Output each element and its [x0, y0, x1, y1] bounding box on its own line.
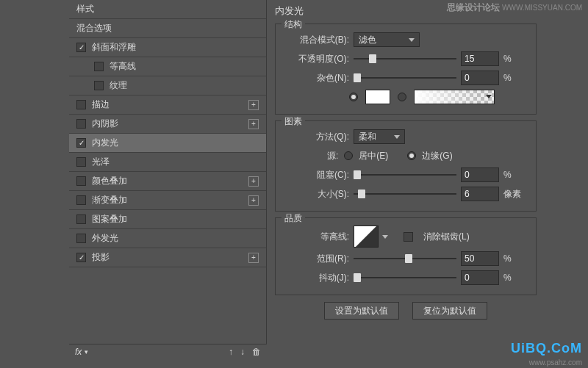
checkbox[interactable] [76, 195, 86, 205]
jitter-slider[interactable] [354, 272, 456, 284]
color-mode-radio[interactable] [349, 93, 358, 101]
arrow-up-icon[interactable]: ↑ [229, 347, 233, 357]
choke-label: 阻塞(C): [283, 169, 349, 181]
style-label: 图案叠加 [92, 213, 127, 226]
checkbox[interactable] [76, 157, 86, 167]
structure-group: 结构 混合模式(B): 滤色 不透明度(O): 15 % 杂色(N): 0 % [275, 24, 537, 115]
checkbox[interactable] [76, 100, 86, 109]
add-effect-icon[interactable]: + [248, 100, 259, 110]
range-slider[interactable] [354, 253, 456, 264]
noise-slider[interactable] [354, 72, 456, 84]
make-default-button[interactable]: 设置为默认值 [324, 302, 399, 320]
source-label: 源: [327, 150, 338, 162]
structure-legend: 结构 [282, 18, 305, 31]
trash-icon[interactable]: 🗑 [252, 347, 261, 357]
style-label: 投影 [92, 251, 110, 264]
style-item-inner-glow[interactable]: 内发光 [69, 134, 266, 153]
size-unit: 像素 [503, 188, 524, 201]
style-label: 内阴影 [92, 118, 118, 130]
checkbox[interactable] [76, 138, 86, 148]
styles-panel: 样式 混合选项 斜面和浮雕 等高线 纹理 描边 + 内阴影 + 内发光 光泽 颜… [69, 0, 267, 345]
checkbox[interactable] [76, 119, 86, 129]
style-item-bevel[interactable]: 斜面和浮雕 [69, 38, 266, 57]
style-item-texture[interactable]: 纹理 [69, 76, 266, 95]
opacity-slider[interactable] [354, 53, 456, 65]
style-item-satin[interactable]: 光泽 [69, 153, 266, 172]
checkbox[interactable] [76, 43, 86, 52]
blending-options-row[interactable]: 混合选项 [69, 19, 266, 38]
noise-input[interactable]: 0 [461, 71, 499, 85]
range-unit: % [503, 253, 524, 264]
styles-header-label: 样式 [76, 3, 94, 15]
opacity-input[interactable]: 15 [461, 51, 499, 66]
jitter-input[interactable]: 0 [461, 270, 499, 285]
reset-default-button[interactable]: 复位为默认值 [412, 302, 487, 320]
size-slider[interactable] [354, 188, 456, 200]
style-label: 纹理 [110, 79, 127, 92]
checkbox[interactable] [76, 234, 86, 243]
jitter-label: 抖动(J): [283, 272, 349, 284]
style-item-pattern-overlay[interactable]: 图案叠加 [69, 210, 266, 229]
contour-label: 等高线: [283, 231, 349, 243]
checkbox[interactable] [76, 214, 86, 224]
blend-mode-select[interactable]: 滤色 [354, 32, 420, 47]
range-input[interactable]: 50 [461, 251, 499, 266]
styles-footer: fx ▾ ↑ ↓ 🗑 [69, 344, 267, 358]
antialias-checkbox[interactable] [404, 232, 413, 242]
checkbox[interactable] [76, 176, 86, 186]
style-item-drop-shadow[interactable]: 投影 + [69, 248, 266, 267]
watermark-top: 思缘设计论坛 WWW.MISSYUAN.COM [447, 1, 582, 14]
elements-legend: 图素 [282, 115, 305, 128]
style-item-gradient-overlay[interactable]: 渐变叠加 + [69, 191, 266, 210]
technique-select[interactable]: 柔和 [354, 129, 405, 144]
source-edge-label: 边缘(G) [422, 150, 452, 162]
opacity-label: 不透明度(O): [283, 53, 349, 65]
styles-header[interactable]: 样式 [69, 0, 266, 19]
range-label: 范围(R): [283, 253, 349, 265]
style-label: 内发光 [92, 137, 118, 149]
blend-mode-label: 混合模式(B): [283, 34, 349, 46]
style-item-inner-shadow[interactable]: 内阴影 + [69, 115, 266, 134]
elements-group: 图素 方法(Q): 柔和 源: 居中(E) 边缘(G) 阻塞(C): 0 % 大… [275, 120, 537, 212]
choke-unit: % [503, 170, 524, 180]
source-edge-radio[interactable] [407, 151, 416, 160]
add-effect-icon[interactable]: + [248, 253, 259, 263]
opacity-unit: % [503, 54, 524, 64]
inner-glow-panel: 内发光 结构 混合模式(B): 滤色 不透明度(O): 15 % 杂色(N): … [268, 0, 544, 356]
style-label: 等高线 [110, 60, 136, 73]
style-label: 外发光 [92, 232, 118, 245]
style-item-color-overlay[interactable]: 颜色叠加 + [69, 172, 266, 191]
size-input[interactable]: 6 [461, 187, 499, 201]
style-label: 渐变叠加 [92, 194, 127, 206]
glow-color-swatch[interactable] [365, 90, 390, 104]
source-center-label: 居中(E) [359, 150, 388, 162]
choke-slider[interactable] [354, 169, 456, 181]
watermark-logo: UiBQ.CoM [511, 341, 582, 356]
jitter-unit: % [503, 273, 524, 283]
style-item-stroke[interactable]: 描边 + [69, 95, 266, 115]
checkbox[interactable] [76, 253, 86, 262]
checkbox[interactable] [94, 81, 104, 90]
style-item-outer-glow[interactable]: 外发光 [69, 229, 266, 248]
arrow-down-icon[interactable]: ↓ [240, 347, 245, 357]
contour-picker[interactable] [354, 226, 379, 248]
style-item-contour[interactable]: 等高线 [69, 57, 266, 76]
glow-gradient-swatch[interactable] [414, 90, 495, 104]
fx-icon[interactable]: fx [75, 347, 82, 357]
noise-unit: % [503, 73, 524, 83]
chevron-down-icon[interactable]: ▾ [85, 348, 88, 356]
add-effect-icon[interactable]: + [248, 195, 259, 206]
technique-label: 方法(Q): [283, 131, 349, 143]
source-center-radio[interactable] [344, 151, 353, 160]
add-effect-icon[interactable]: + [248, 176, 259, 187]
noise-label: 杂色(N): [283, 72, 349, 84]
style-label: 颜色叠加 [92, 175, 127, 187]
gradient-mode-radio[interactable] [398, 93, 406, 101]
style-label: 描边 [92, 98, 110, 111]
watermark-url: www.psahz.com [529, 358, 582, 367]
blending-options-label: 混合选项 [76, 22, 112, 35]
add-effect-icon[interactable]: + [248, 119, 259, 129]
checkbox[interactable] [94, 62, 104, 71]
choke-input[interactable]: 0 [461, 167, 499, 182]
style-label: 斜面和浮雕 [92, 41, 136, 54]
